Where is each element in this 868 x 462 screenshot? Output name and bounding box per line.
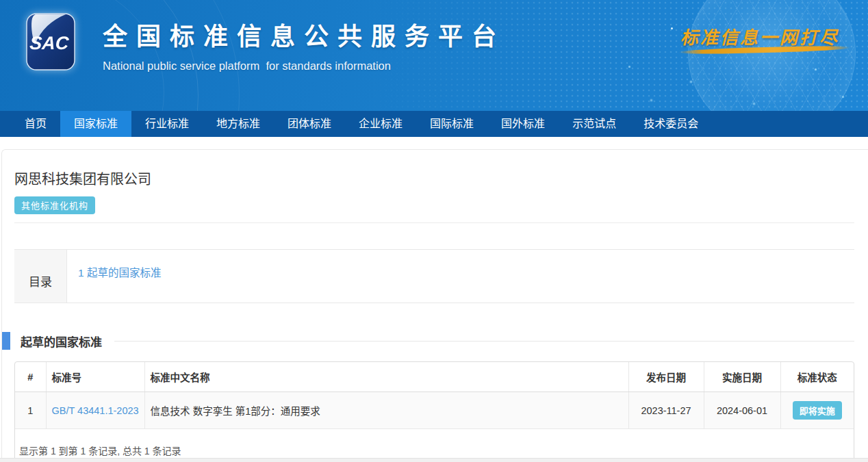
nav-tab-local-standards[interactable]: 地方标准 <box>203 111 274 137</box>
content-container: 网思科技集团有限公司 其他标准化机构 目录 1 起草的国家标准 起草的国家标准 … <box>1 149 868 459</box>
divider <box>14 222 854 223</box>
org-type-badge: 其他标准化机构 <box>14 196 95 214</box>
site-header: SAC 全国标准信息公共服务平台 National public service… <box>0 0 868 111</box>
standards-table-panel: # 标准号 标准中文名称 发布日期 实施日期 标准状态 1 GB/T 43441… <box>14 361 854 462</box>
site-subtitle: National public service platform for sta… <box>103 60 505 73</box>
toc-link-drafted-national-standards[interactable]: 1 起草的国家标准 <box>78 267 161 279</box>
standard-name-cell: 信息技术 数字孪生 第1部分：通用要求 <box>144 392 628 429</box>
toc-box: 目录 1 起草的国家标准 <box>14 249 854 303</box>
standard-code-link[interactable]: GB/T 43441.1-2023 <box>52 405 139 416</box>
svg-text:SAC: SAC <box>29 33 70 53</box>
status-badge: 即将实施 <box>793 401 842 420</box>
col-header-index: # <box>15 362 46 392</box>
site-title: 全国标准信息公共服务平台 <box>103 16 505 52</box>
main-nav: 首页 国家标准 行业标准 地方标准 团体标准 企业标准 国际标准 国外标准 示范… <box>0 111 868 137</box>
section-rule-line <box>114 341 854 342</box>
implement-date-cell: 2024-06-01 <box>704 392 780 429</box>
table-record-summary: 显示第 1 到第 1 条记录, 总共 1 条记录 <box>15 429 854 462</box>
col-header-standard-code: 标准号 <box>46 362 144 392</box>
slogan-calligraphy: 标准信息一网打尽 <box>680 23 839 49</box>
section-header: 起草的国家标准 <box>2 332 854 350</box>
company-name-title: 网思科技集团有限公司 <box>14 168 854 188</box>
nav-tab-home[interactable]: 首页 <box>11 111 60 137</box>
section-title: 起草的国家标准 <box>21 333 102 350</box>
publish-date-cell: 2023-11-27 <box>628 392 704 429</box>
nav-tab-international-standards[interactable]: 国际标准 <box>416 111 487 137</box>
nav-tab-industry-standards[interactable]: 行业标准 <box>131 111 203 137</box>
nav-tab-technical-committees[interactable]: 技术委员会 <box>630 111 712 137</box>
table-header-row: # 标准号 标准中文名称 发布日期 实施日期 标准状态 <box>15 362 854 392</box>
col-header-publish-date: 发布日期 <box>628 362 704 392</box>
status-cell: 即将实施 <box>780 392 854 429</box>
table-row: 1 GB/T 43441.1-2023 信息技术 数字孪生 第1部分：通用要求 … <box>15 392 854 429</box>
globe-graphic <box>688 0 856 111</box>
nav-tab-pilot-demos[interactable]: 示范试点 <box>559 111 630 137</box>
standards-table: # 标准号 标准中文名称 发布日期 实施日期 标准状态 1 GB/T 43441… <box>15 362 854 429</box>
page-footer-strip <box>0 458 868 462</box>
col-header-implement-date: 实施日期 <box>704 362 780 392</box>
star-dots-decoration <box>671 27 673 29</box>
sac-logo-icon[interactable]: SAC <box>26 13 75 70</box>
col-header-standard-name: 标准中文名称 <box>144 362 628 392</box>
row-index-cell: 1 <box>15 392 46 429</box>
nav-tab-enterprise-standards[interactable]: 企业标准 <box>345 111 416 137</box>
section-marker <box>2 332 10 350</box>
nav-tab-national-standards[interactable]: 国家标准 <box>60 111 131 137</box>
nav-tab-foreign-standards[interactable]: 国外标准 <box>487 111 559 137</box>
toc-label: 目录 <box>14 250 66 303</box>
nav-tab-group-standards[interactable]: 团体标准 <box>274 111 345 137</box>
toc-body: 1 起草的国家标准 <box>66 250 854 303</box>
standard-code-cell: GB/T 43441.1-2023 <box>46 392 144 429</box>
col-header-status: 标准状态 <box>780 362 854 392</box>
